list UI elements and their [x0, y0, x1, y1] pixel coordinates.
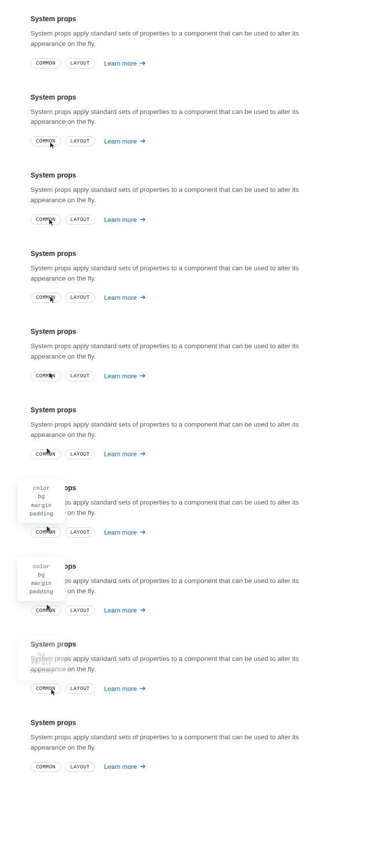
learn-more-label: Learn more — [104, 60, 136, 67]
arrow-right-icon — [140, 607, 146, 614]
tooltip: color bg margin padding — [18, 636, 65, 680]
arrow-right-icon — [140, 529, 146, 536]
learn-more-link[interactable]: Learn more — [104, 60, 145, 67]
section-description: System props apply standard sets of prop… — [31, 107, 334, 128]
pill-row: COMMON LAYOUT Learn more — [31, 215, 334, 225]
props-section: color bg margin padding System props Sys… — [31, 640, 334, 694]
pill-layout[interactable]: LAYOUT — [65, 292, 96, 303]
arrow-right-icon — [140, 685, 146, 692]
tooltip-item: color — [25, 484, 58, 492]
pill-layout[interactable]: LAYOUT — [65, 527, 96, 538]
tooltip-item: padding — [25, 587, 58, 596]
section-description: System props apply standard sets of prop… — [31, 29, 334, 49]
pill-layout[interactable]: LAYOUT — [65, 58, 96, 69]
learn-more-link[interactable]: Learn more — [104, 763, 145, 770]
tooltip-item: margin — [25, 579, 58, 587]
section-description: System props apply standard sets of prop… — [31, 732, 334, 753]
pill-row: COMMON LAYOUT Learn more — [31, 606, 334, 616]
pill-row: COMMON LAYOUT Learn more — [31, 684, 334, 694]
section-heading: System props — [31, 562, 334, 570]
section-heading: System props — [31, 406, 334, 414]
pill-layout[interactable]: LAYOUT — [65, 606, 96, 616]
learn-more-label: Learn more — [104, 763, 136, 770]
props-section: System props System props apply standard… — [31, 406, 334, 460]
learn-more-label: Learn more — [104, 294, 136, 301]
pill-layout[interactable]: LAYOUT — [65, 762, 96, 772]
pill-common[interactable]: COMMON — [31, 371, 61, 381]
tooltip-item: bg — [25, 492, 58, 501]
learn-more-link[interactable]: Learn more — [104, 685, 145, 692]
pill-common[interactable]: COMMON — [31, 449, 61, 460]
section-description: System props apply standard sets of prop… — [31, 185, 334, 206]
section-heading: System props — [31, 719, 334, 726]
tooltip-item: margin — [25, 658, 58, 667]
section-heading: System props — [31, 484, 334, 492]
arrow-right-icon — [140, 372, 146, 380]
section-heading: System props — [31, 327, 334, 335]
pill-row: COMMON LAYOUT Learn more — [31, 449, 334, 460]
learn-more-link[interactable]: Learn more — [104, 372, 145, 380]
pill-row: COMMON LAYOUT Learn more — [31, 292, 334, 303]
learn-more-label: Learn more — [104, 216, 136, 223]
props-section: System props System props apply standard… — [31, 719, 334, 772]
tooltip: color bg margin padding — [18, 557, 65, 601]
learn-more-link[interactable]: Learn more — [104, 294, 145, 301]
pill-common[interactable]: COMMON — [31, 527, 61, 538]
section-description: System props apply standard sets of prop… — [31, 420, 334, 440]
arrow-right-icon — [140, 763, 146, 770]
tooltip-item: bg — [25, 571, 58, 579]
learn-more-label: Learn more — [104, 529, 136, 536]
props-section: System props System props apply standard… — [31, 327, 334, 381]
learn-more-label: Learn more — [104, 450, 136, 458]
props-section: color bg margin padding System props Sys… — [31, 562, 334, 616]
section-description: System props apply standard sets of prop… — [31, 576, 334, 597]
pill-common[interactable]: COMMON — [31, 606, 61, 616]
learn-more-link[interactable]: Learn more — [104, 216, 145, 223]
section-description: System props apply standard sets of prop… — [31, 341, 334, 362]
props-section: System props System props apply standard… — [31, 171, 334, 225]
pill-row: COMMON LAYOUT Learn more — [31, 136, 334, 146]
pill-common[interactable]: COMMON — [31, 292, 61, 303]
pill-layout[interactable]: LAYOUT — [65, 136, 96, 146]
tooltip: color bg margin padding — [18, 479, 65, 523]
pill-layout[interactable]: LAYOUT — [65, 215, 96, 225]
tooltip-item: bg — [25, 650, 58, 658]
arrow-right-icon — [140, 450, 146, 458]
pill-common[interactable]: COMMON — [31, 762, 61, 772]
pill-layout[interactable]: LAYOUT — [65, 684, 96, 694]
section-description: System props apply standard sets of prop… — [31, 654, 334, 675]
tooltip-item: padding — [25, 667, 58, 675]
section-heading: System props — [31, 93, 334, 101]
learn-more-link[interactable]: Learn more — [104, 138, 145, 145]
tooltip-item: color — [25, 641, 58, 650]
pill-row: COMMON LAYOUT Learn more — [31, 527, 334, 538]
learn-more-label: Learn more — [104, 607, 136, 614]
pill-common[interactable]: COMMON — [31, 136, 61, 146]
learn-more-link[interactable]: Learn more — [104, 450, 145, 458]
section-heading: System props — [31, 640, 334, 648]
arrow-right-icon — [140, 60, 146, 67]
pill-row: COMMON LAYOUT Learn more — [31, 58, 334, 69]
section-description: System props apply standard sets of prop… — [31, 263, 334, 284]
learn-more-link[interactable]: Learn more — [104, 529, 145, 536]
props-section: System props System props apply standard… — [31, 15, 334, 69]
pill-common[interactable]: COMMON — [31, 58, 61, 69]
arrow-right-icon — [140, 216, 146, 223]
props-section: System props System props apply standard… — [31, 250, 334, 303]
tooltip-item: margin — [25, 501, 58, 509]
section-heading: System props — [31, 250, 334, 257]
learn-more-label: Learn more — [104, 685, 136, 692]
props-section: System props System props apply standard… — [31, 93, 334, 147]
pill-common[interactable]: COMMON — [31, 215, 61, 225]
tooltip-item: color — [25, 562, 58, 571]
tooltip-item: padding — [25, 509, 58, 518]
section-heading: System props — [31, 171, 334, 179]
learn-more-link[interactable]: Learn more — [104, 607, 145, 614]
pill-layout[interactable]: LAYOUT — [65, 371, 96, 381]
section-description: System props apply standard sets of prop… — [31, 498, 334, 518]
pill-layout[interactable]: LAYOUT — [65, 449, 96, 460]
pill-common[interactable]: COMMON — [31, 684, 61, 694]
section-heading: System props — [31, 15, 334, 23]
learn-more-label: Learn more — [104, 138, 136, 145]
props-section: color bg margin padding System props Sys… — [31, 484, 334, 538]
